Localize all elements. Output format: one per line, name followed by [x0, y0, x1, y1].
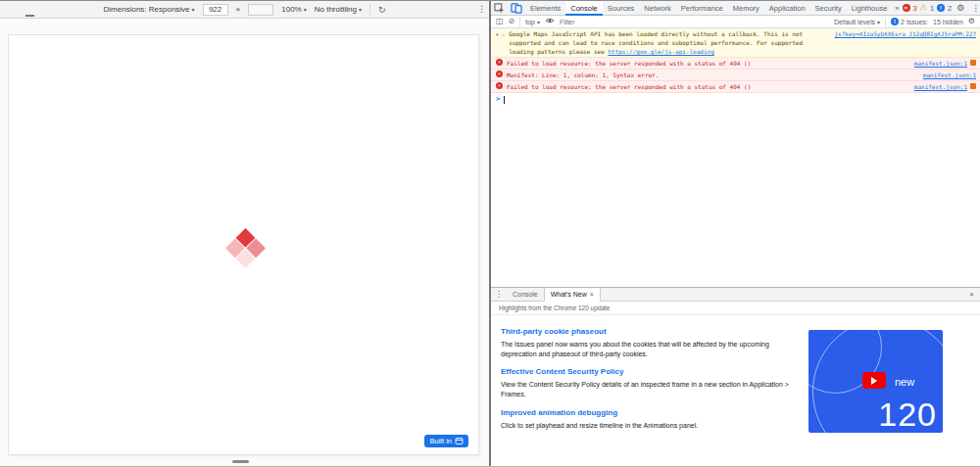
tab-application[interactable]: Application	[764, 1, 810, 16]
drawer-tab-whats-new[interactable]: What's New ×	[544, 288, 601, 302]
zoom-select[interactable]: 100% ▾	[281, 5, 306, 14]
inline-doc-link[interactable]: https://goo.gle/js-api-loading	[608, 48, 713, 55]
tab-performance[interactable]: Performance	[676, 1, 728, 16]
error-badge-icon[interactable]: ×	[903, 4, 910, 12]
console-message-error[interactable]: × Manifest: Line: 1, column: 1, Syntax e…	[491, 70, 980, 81]
chevron-down-icon: ▾	[304, 6, 307, 13]
toolbar-separator	[885, 18, 886, 26]
console-filter-input[interactable]	[560, 19, 829, 25]
close-tab-icon[interactable]: ×	[590, 291, 594, 298]
console-sidebar-toggle-icon[interactable]: ◫	[496, 17, 504, 26]
error-icon: ×	[496, 59, 503, 66]
device-toolbar-menu-icon[interactable]: ⋮	[477, 4, 486, 14]
text-cursor	[504, 96, 505, 104]
message-text: Manifest: Line: 1, column: 1, Syntax err…	[507, 70, 915, 79]
whats-new-section: Improved animation debugging Click to se…	[501, 408, 795, 431]
devtools-tabbar: Elements Console Sources Network Perform…	[491, 1, 980, 16]
section-title-link[interactable]: Effective Content Security Policy	[501, 367, 795, 376]
throttling-select[interactable]: No throttling ▾	[315, 5, 362, 14]
request-error-indicator-icon[interactable]	[970, 60, 976, 66]
console-message-error[interactable]: × Failed to load resource: the server re…	[491, 81, 980, 93]
settings-gear-icon[interactable]: ⚙	[955, 3, 966, 13]
message-source-link[interactable]: manifest.json:1	[914, 59, 967, 68]
whats-new-section: Third-party cookie phaseout The Issues p…	[501, 327, 795, 359]
message-source-link[interactable]: manifest.json:1	[923, 70, 976, 79]
drawer-tab-label: What's New	[551, 291, 587, 298]
clear-console-icon[interactable]: ⊘	[509, 17, 515, 26]
console-prompt[interactable]: >	[491, 93, 980, 106]
warning-icon: ⚠	[502, 29, 506, 38]
issues-badge-icon[interactable]: !	[937, 4, 945, 12]
chevron-down-icon: ▾	[537, 19, 540, 25]
message-icons: ×	[496, 70, 503, 77]
devtools-drawer: ⋮ Console What's New × × Highlights from…	[491, 287, 980, 467]
built-in-label: Built in	[429, 437, 452, 445]
drawer-tabbar: ⋮ Console What's New × ×	[491, 288, 980, 302]
loading-diamond-logo	[225, 228, 266, 268]
drawer-tab-console[interactable]: Console	[507, 288, 544, 302]
prompt-chevron-icon: >	[496, 95, 500, 104]
message-source-link[interactable]: manifest.json:1	[914, 82, 967, 91]
horizontal-scrollbar-thumb[interactable]	[232, 460, 249, 463]
error-icon: ×	[496, 82, 503, 89]
message-text: Failed to load resource: the server resp…	[507, 82, 906, 91]
tab-sources[interactable]: Sources	[603, 1, 640, 16]
warning-count[interactable]: 1	[930, 4, 934, 13]
more-tabs-icon[interactable]: »	[892, 4, 902, 13]
tab-elements[interactable]: Elements	[525, 1, 565, 16]
section-title-link[interactable]: Improved animation debugging	[501, 408, 795, 417]
issues-counter-button[interactable]: ! 2 Issues:	[891, 18, 928, 25]
section-title-link[interactable]: Third-party cookie phaseout	[501, 327, 795, 336]
message-icons: ×	[496, 82, 503, 89]
request-error-indicator-icon[interactable]	[970, 83, 976, 89]
frame-context-select[interactable]: top ▾	[525, 19, 540, 25]
issue-count[interactable]: 2	[948, 4, 952, 13]
whats-new-content: Third-party cookie phaseout The Issues p…	[491, 315, 980, 435]
warning-badge-icon[interactable]: ⚠	[920, 4, 927, 12]
console-message-error[interactable]: × Failed to load resource: the server re…	[491, 58, 980, 70]
promo-new-text: new	[895, 376, 914, 388]
console-message-warning[interactable]: ▸ ⚠ Google Maps JavaScript API has been …	[491, 28, 980, 58]
chevron-down-icon: ▾	[192, 6, 195, 13]
hidden-messages-label[interactable]: 15 hidden	[933, 19, 963, 25]
ruler-mark	[25, 15, 34, 17]
status-area: × 3 ⚠ 1 ! 2 ⚙ ⋮ ×	[903, 3, 980, 13]
message-icons: ▸ ⚠	[496, 29, 505, 38]
dimensions-multiply-sign: ×	[236, 5, 241, 14]
dimensions-select[interactable]: Dimensions: Responsive ▾	[104, 5, 195, 14]
drawer-menu-icon[interactable]: ⋮	[491, 290, 507, 299]
devtools-menu-icon[interactable]: ⋮	[969, 3, 980, 13]
log-levels-value: Default levels	[834, 19, 875, 25]
message-text: Google Maps JavaScript API has been load…	[509, 29, 826, 56]
zoom-value: 100%	[281, 5, 301, 14]
viewport-height-input[interactable]	[248, 4, 273, 16]
emulation-canvas: Built in	[0, 19, 489, 467]
page-viewport[interactable]: Built in	[8, 34, 479, 455]
tab-network[interactable]: Network	[639, 1, 676, 16]
live-expression-eye-icon[interactable]	[545, 17, 555, 27]
play-triangle-icon	[871, 377, 877, 385]
tab-memory[interactable]: Memory	[728, 1, 764, 16]
issues-counter-label: 2 Issues:	[901, 19, 928, 25]
device-toolbar-toggle-icon[interactable]	[508, 2, 525, 14]
error-count[interactable]: 3	[913, 4, 917, 13]
tab-security[interactable]: Security	[810, 1, 847, 16]
built-in-badge[interactable]: Built in	[424, 435, 468, 447]
viewport-width-input[interactable]	[203, 4, 228, 16]
dimensions-label: Dimensions: Responsive	[104, 5, 190, 14]
message-text: Failed to load resource: the server resp…	[507, 59, 906, 68]
tab-console[interactable]: Console	[565, 1, 603, 16]
drawer-tab-label: Console	[513, 291, 538, 298]
inspect-element-icon[interactable]	[491, 3, 508, 14]
chrome-120-promo-image[interactable]: new 120	[808, 330, 943, 433]
device-emulation-pane: Dimensions: Responsive ▾ × 100% ▾ No thr…	[0, 1, 489, 467]
chevron-down-icon: ▾	[359, 6, 362, 13]
error-icon: ×	[496, 70, 503, 77]
message-source-link[interactable]: js?key=AIzaSyDAX6sra_J12qQ8IgAJ5raPM:227	[835, 29, 977, 38]
close-drawer-icon[interactable]: ×	[963, 290, 980, 299]
log-levels-select[interactable]: Default levels ▾	[834, 19, 880, 25]
tab-lighthouse[interactable]: Lighthouse	[847, 1, 893, 16]
expand-triangle-icon[interactable]: ▸	[496, 29, 500, 38]
console-settings-gear-icon[interactable]: ⚙	[968, 17, 975, 26]
rotate-icon[interactable]: ↻	[378, 5, 386, 15]
